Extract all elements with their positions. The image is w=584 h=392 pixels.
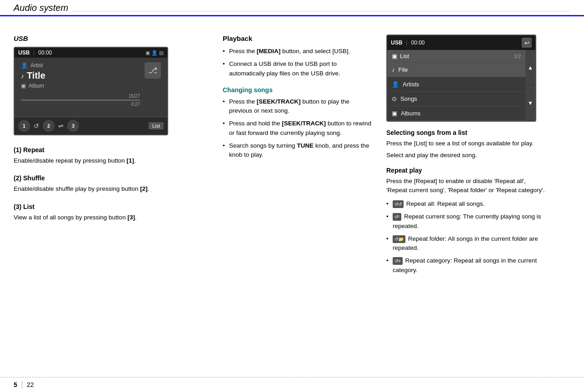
playback-title: Playback <box>223 35 373 42</box>
changing-bullet-2: Press and hold the [SEEK/TRACK] button t… <box>223 119 373 138</box>
list-header-icon: ▣ <box>392 53 397 60</box>
albums-icon: ▣ <box>392 110 397 117</box>
usb-list-screen-mockup: USB | 00:00 ↩ ▣ List 1/2 ♪ File <box>386 35 536 122</box>
shuffle-text: Enable/disable shuffle play by pressing … <box>14 184 205 194</box>
usb-progress-bar <box>21 99 140 101</box>
repeat-play-title: Repeat play <box>386 167 545 174</box>
usb-progress-area: 15/27 0:27 <box>21 94 140 107</box>
repeat-text: Enable/disable repeat by pressing button… <box>14 156 205 165</box>
repeat-bullet-folder: ↺📁 Repeat folder: All songs in the curre… <box>386 234 545 253</box>
usb-screen-body: 👤 Artist ♪ Title ▣ Album 15/27 <box>15 58 167 117</box>
list-label[interactable]: List <box>149 122 164 129</box>
usb-section-title: USB <box>14 35 205 42</box>
shuffle-button[interactable]: 2 <box>43 120 55 132</box>
playback-bullets: Press the [MEDIA] button, and select [US… <box>223 47 373 78</box>
list-text: View a list of all songs by pressing but… <box>14 213 205 222</box>
repeat-play-subsection: Repeat play Press the [Repeat] to enable… <box>386 167 545 275</box>
usl-header: USB | 00:00 ↩ <box>387 35 535 50</box>
title-icon: ♪ <box>21 72 24 79</box>
album-label: Album <box>29 83 44 89</box>
changing-songs-bullets: Press the [SEEK/TRACK] button to play th… <box>223 97 373 160</box>
repeat-folder-icon: ↺📁 <box>393 235 405 243</box>
usl-usb-label: USB <box>391 40 402 46</box>
subsection-repeat: (1) Repeat Enable/disable repeat by pres… <box>14 146 205 165</box>
file-label: File <box>399 66 408 73</box>
playback-bullet-2: Connect a USB drive to the USB port to a… <box>223 60 373 78</box>
usb-title-row: ♪ Title <box>21 70 140 81</box>
col-mid: Playback Press the [MEDIA] button, and s… <box>218 35 382 352</box>
changing-songs-title: Changing songs <box>223 86 373 94</box>
changing-bullet-3: Search songs by turning TUNE knob, and p… <box>223 141 373 160</box>
usb-count: 15/27 <box>129 94 140 99</box>
usl-item-albums[interactable]: ▣ Albums <box>387 106 525 121</box>
usl-list-panel: ▣ List 1/2 ♪ File 👤 Artists ⊙ Songs <box>387 50 535 121</box>
selecting-title: Selecting songs from a list <box>386 129 545 136</box>
artists-label: Artists <box>403 81 419 88</box>
repeat-icon: ↺ <box>34 122 39 129</box>
usb-duration: 0:27 <box>131 102 140 107</box>
usl-scroll-buttons: ▲ ▼ <box>525 50 535 121</box>
repeat-all-icon: ↺↺ <box>393 200 404 208</box>
usl-item-artists[interactable]: 👤 Artists <box>387 77 525 92</box>
selecting-text2: Select and play the desired song. <box>386 151 545 160</box>
usl-back-button[interactable]: ↩ <box>522 38 532 48</box>
page-header: Audio system <box>0 0 584 16</box>
artist-label: Artist <box>30 62 43 69</box>
footer-separator <box>22 381 22 388</box>
file-icon: ♪ <box>392 66 395 73</box>
main-content: USB USB | 00:00 ▣ 👤 ▤ 👤 Artist ♪ <box>0 16 584 371</box>
selecting-text1: Press the [List] to see a list of songs … <box>386 139 545 148</box>
usl-item-songs[interactable]: ⊙ Songs <box>387 92 525 106</box>
artist-icon: 👤 <box>21 62 28 69</box>
footer-page: 22 <box>27 381 34 388</box>
repeat-current-icon: ↺¹ <box>393 213 401 221</box>
repeat-category-icon: ↺≡ <box>393 257 403 265</box>
repeat-play-intro: Press the [Repeat] to enable or disable … <box>386 177 545 195</box>
repeat-bullet-all: ↺↺ Repeat all: Repeat all songs. <box>386 199 545 208</box>
repeat-button[interactable]: 1 <box>18 120 30 132</box>
page-footer: 5 22 <box>0 377 584 392</box>
usb-screen-mockup: USB | 00:00 ▣ 👤 ▤ 👤 Artist ♪ Title <box>14 47 168 135</box>
list-title: (3) List <box>14 203 205 210</box>
subsection-list: (3) List View a list of all songs by pre… <box>14 203 205 222</box>
usl-items-list: ▣ List 1/2 ♪ File 👤 Artists ⊙ Songs <box>387 50 525 121</box>
scroll-down-button[interactable]: ▼ <box>525 85 535 121</box>
usb-status-icons: ▣ 👤 ▤ <box>145 50 164 56</box>
usb-artist-row: 👤 Artist <box>21 62 140 69</box>
changing-bullet-1: Press the [SEEK/TRACK] button to play th… <box>223 97 373 116</box>
songs-label: Songs <box>400 95 417 102</box>
repeat-bullet-current: ↺¹ Repeat current song: The currently pl… <box>386 212 545 231</box>
search-text: Search <box>229 142 249 149</box>
playback-bullet-1: Press the [MEDIA] button, and select [US… <box>223 47 373 56</box>
albums-label: Albums <box>401 110 420 117</box>
usb-time: 00:00 <box>38 50 52 56</box>
usl-list-header: ▣ List 1/2 <box>387 50 525 63</box>
usl-time: 00:00 <box>411 40 424 46</box>
repeat-title: (1) Repeat <box>14 146 205 154</box>
shuffle-title: (2) Shuffle <box>14 174 205 182</box>
title-label: Title <box>27 70 45 81</box>
usb-drive-icon: ⎇ <box>145 62 161 79</box>
usb-screen-top-bar: USB | 00:00 ▣ 👤 ▤ <box>15 48 167 58</box>
songs-icon: ⊙ <box>392 95 397 102</box>
col-left: USB USB | 00:00 ▣ 👤 ▤ 👤 Artist ♪ <box>14 35 218 352</box>
usb-time-row: 0:27 <box>21 102 140 107</box>
usb-divider: | <box>33 50 35 55</box>
footer-chapter: 5 <box>14 381 17 388</box>
col-right: USB | 00:00 ↩ ▣ List 1/2 ♪ File <box>382 35 545 352</box>
scroll-up-button[interactable]: ▲ <box>525 50 535 85</box>
artists-icon: 👤 <box>392 81 399 88</box>
shuffle-icon: ⇌ <box>58 122 64 129</box>
repeat-bullet-category: ↺≡ Repeat category: Repeat all songs in … <box>386 256 545 275</box>
page-title: Audio system <box>14 3 68 13</box>
header-line <box>73 11 570 11</box>
usl-sep: | <box>406 40 407 46</box>
album-icon: ▣ <box>21 83 26 89</box>
subsection-shuffle: (2) Shuffle Enable/disable shuffle play … <box>14 174 205 194</box>
usb-controls: 1 ↺ 2 ⇌ 3 List <box>15 117 167 134</box>
repeat-play-bullets: ↺↺ Repeat all: Repeat all songs. ↺¹ Repe… <box>386 199 545 275</box>
list-button-ctrl[interactable]: 3 <box>67 120 79 132</box>
usb-label: USB <box>18 50 30 56</box>
usl-item-file[interactable]: ♪ File <box>387 63 525 77</box>
usb-album-row: ▣ Album <box>21 83 140 89</box>
